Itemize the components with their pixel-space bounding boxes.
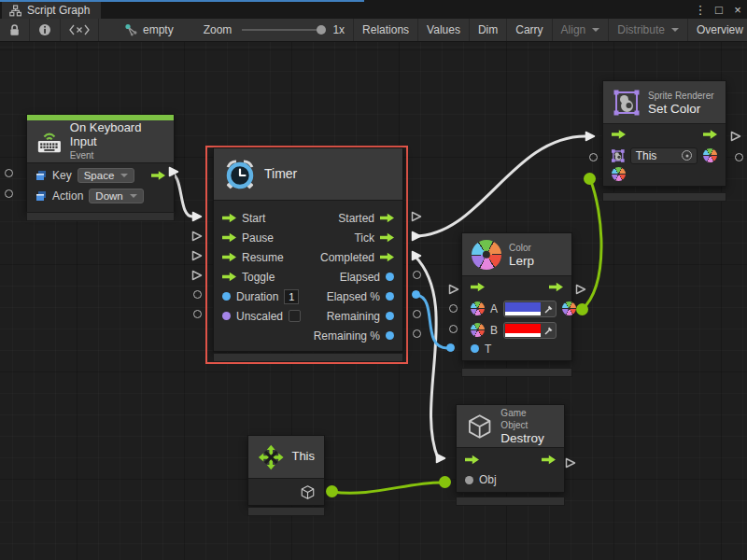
timer-start-ext-port[interactable]	[191, 211, 203, 222]
value-in-port[interactable]	[222, 312, 231, 320]
graph-pointer-breadcrumb[interactable]: empty	[116, 19, 182, 41]
keyboard-action-ext-port[interactable]	[5, 189, 13, 198]
timer-pause-ext-port[interactable]	[191, 231, 203, 242]
timer-elapsedpct-ext-port[interactable]	[412, 290, 420, 299]
node-on-keyboard-input[interactable]: On Keyboard Input Event Key Space	[26, 114, 175, 213]
wire-elapsedpct-to-t[interactable]	[416, 295, 447, 348]
setcolor-color-ext-port[interactable]	[584, 173, 596, 185]
node-header[interactable]: Game Object Destroy	[457, 405, 564, 448]
node-this[interactable]: This	[247, 435, 325, 506]
key-dropdown[interactable]: Space	[78, 168, 135, 183]
distribute-button[interactable]: Distribute	[609, 19, 688, 41]
duration-input[interactable]: 1	[284, 289, 299, 304]
timer-remaining-ext-port[interactable]	[413, 310, 421, 318]
destroy-flow-ext-port[interactable]	[435, 453, 446, 464]
timer-elapsed-ext-port[interactable]	[413, 271, 421, 279]
values-button[interactable]: Values	[418, 19, 470, 41]
node-header[interactable]: This	[248, 436, 324, 479]
trigger-in-port[interactable]	[222, 213, 236, 223]
node-header[interactable]: Color Lerp	[462, 233, 571, 276]
trigger-out-port[interactable]	[549, 282, 563, 292]
window-maximize-icon[interactable]: □	[710, 0, 728, 19]
trigger-out-port[interactable]	[380, 213, 394, 223]
inspect-button[interactable]	[30, 19, 61, 41]
node-set-color[interactable]: Sprite Renderer Set Color	[602, 80, 726, 187]
value-in-port[interactable]	[465, 476, 473, 484]
unscaled-checkbox[interactable]	[289, 310, 301, 322]
carry-button[interactable]: Carry	[507, 19, 552, 41]
zoom-slider[interactable]	[242, 29, 322, 31]
wire-this-to-obj[interactable]	[332, 483, 444, 493]
timer-tick-ext-port[interactable]	[411, 231, 422, 242]
align-button[interactable]: Align	[553, 19, 610, 41]
timer-toggle-ext-port[interactable]	[191, 270, 203, 281]
lerp-t-ext-port[interactable]	[446, 343, 455, 352]
value-in-port[interactable]	[471, 344, 479, 353]
lerp-flow-out-ext-port[interactable]	[575, 284, 586, 295]
game-object-out-port[interactable]	[300, 484, 316, 500]
timer-unscaled-ext-port[interactable]	[193, 310, 202, 318]
insert-unit-button[interactable]	[61, 19, 99, 41]
lerp-flow-ext-port[interactable]	[448, 284, 459, 295]
this-out-ext-port[interactable]	[326, 485, 338, 497]
lock-button[interactable]	[0, 19, 30, 41]
node-destroy[interactable]: Game Object Destroy Obj	[456, 404, 565, 493]
trigger-in-port[interactable]	[612, 130, 626, 140]
color-out-port[interactable]	[562, 301, 576, 315]
trigger-in-port[interactable]	[222, 272, 236, 282]
trigger-out-port[interactable]	[703, 130, 717, 140]
overview-button[interactable]: Overview	[688, 19, 747, 41]
target-object-field[interactable]: This	[630, 147, 698, 164]
setcolor-flow-ext-port[interactable]	[585, 131, 596, 142]
setcolor-flow-out-ext-port[interactable]	[730, 131, 741, 142]
wire-tick-to-setcolor[interactable]	[415, 136, 585, 236]
trigger-in-port[interactable]	[222, 252, 236, 262]
color-in-port[interactable]	[612, 167, 626, 181]
timer-started-ext-port[interactable]	[411, 211, 422, 222]
dim-button[interactable]: Dim	[470, 19, 507, 41]
zoom-slider-handle[interactable]	[317, 25, 326, 35]
timer-remainingpct-ext-port[interactable]	[413, 329, 421, 338]
trigger-in-port[interactable]	[222, 232, 236, 243]
trigger-out-port[interactable]	[380, 232, 394, 243]
trigger-in-port[interactable]	[471, 282, 485, 292]
lerp-color-out-ext-port[interactable]	[576, 303, 588, 315]
value-out-port[interactable]	[386, 292, 394, 301]
destroy-obj-ext-port[interactable]	[439, 476, 451, 488]
value-out-port[interactable]	[386, 312, 394, 320]
tab-script-graph[interactable]: Script Graph	[2, 2, 101, 19]
color-a-field[interactable]	[503, 301, 557, 317]
window-close-icon[interactable]: ×	[728, 0, 747, 19]
node-header[interactable]: On Keyboard Input Event	[27, 120, 174, 163]
keyboard-key-ext-port[interactable]	[5, 169, 13, 177]
trigger-out-port[interactable]	[542, 455, 556, 465]
window-menu-icon[interactable]: ⋮	[691, 0, 710, 19]
trigger-out-port[interactable]	[151, 171, 165, 181]
lerp-b-ext-port[interactable]	[449, 325, 458, 333]
eyedropper-icon[interactable]	[543, 303, 555, 315]
keyboard-trigger-ext-port[interactable]	[168, 166, 179, 177]
timer-duration-ext-port[interactable]	[193, 290, 202, 299]
action-dropdown[interactable]: Down	[89, 189, 143, 203]
lerp-a-ext-port[interactable]	[449, 304, 458, 313]
relations-button[interactable]: Relations	[353, 19, 418, 41]
setcolor-out-ext-port[interactable]	[735, 153, 743, 161]
timer-resume-ext-port[interactable]	[191, 250, 203, 261]
value-out-port[interactable]	[386, 331, 394, 340]
timer-completed-ext-port[interactable]	[411, 250, 422, 261]
eyedropper-icon[interactable]	[543, 325, 555, 336]
node-color-lerp[interactable]: Color Lerp A	[461, 232, 572, 361]
setcolor-target-ext-port[interactable]	[589, 153, 598, 161]
color-out-port[interactable]	[703, 148, 717, 162]
object-picker-icon[interactable]	[682, 150, 692, 161]
color-b-swatch[interactable]	[505, 324, 541, 333]
destroy-flow-out-ext-port[interactable]	[565, 457, 576, 469]
wire-completed-to-destroy[interactable]	[415, 256, 438, 458]
node-header[interactable]: Timer	[214, 148, 402, 201]
graph-canvas[interactable]: On Keyboard Input Event Key Space	[0, 42, 747, 560]
color-a-swatch[interactable]	[505, 302, 541, 312]
node-header[interactable]: Sprite Renderer Set Color	[603, 81, 726, 124]
color-b-field[interactable]	[503, 322, 557, 339]
value-out-port[interactable]	[386, 273, 394, 281]
trigger-in-port[interactable]	[465, 455, 479, 465]
